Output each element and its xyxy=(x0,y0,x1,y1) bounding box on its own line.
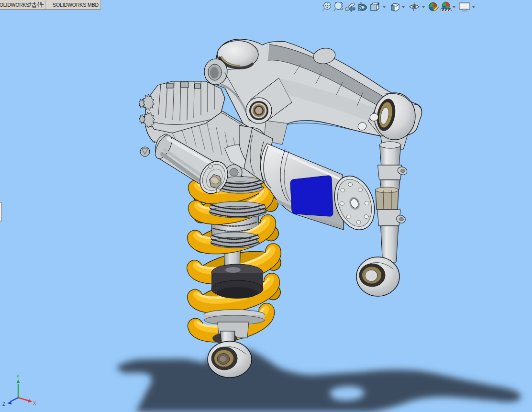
svg-text:X: X xyxy=(33,401,36,406)
svg-text:Y: Y xyxy=(16,374,20,379)
svg-text:Z: Z xyxy=(2,401,5,407)
svg-text:SOLIDWORKS: SOLIDWORKS xyxy=(0,2,29,8)
svg-text:SOLIDWORKS MBD: SOLIDWORKS MBD xyxy=(53,2,99,8)
